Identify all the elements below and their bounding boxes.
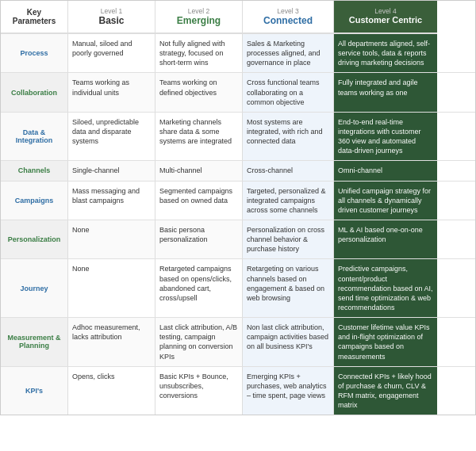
data-cell-level1: None — [68, 220, 155, 258]
data-cell-level3: Most systems are integrated, with rich a… — [243, 113, 334, 161]
data-cell-level4: Predictive campaigns, content/product re… — [334, 259, 437, 317]
table-row: ProcessManual, siloed and poorly governe… — [1, 34, 475, 73]
maturity-table: Key Parameters Level 1 Basic Level 2 Eme… — [0, 0, 476, 415]
data-cell-level3: Cross-channel — [243, 161, 334, 180]
data-cell-level2: Multi-channel — [155, 161, 243, 180]
data-cell-level1: None — [68, 259, 155, 317]
data-cell-level4: Connected KPIs + likely hood of purchase… — [334, 367, 437, 415]
row-key: KPI's — [1, 367, 68, 415]
row-key: Process — [1, 34, 68, 72]
data-cell-level2: Basic KPIs + Bounce, unsubscribes, conve… — [155, 367, 243, 415]
level4-header: Level 4 Customer Centric — [334, 1, 437, 34]
data-cell-level3: Retargeting on various channels based on… — [243, 259, 334, 317]
table-row: CollaborationTeams working as individual… — [1, 73, 475, 112]
data-cell-level1: Teams working as individual units — [68, 73, 155, 111]
data-cell-level3: Targeted, personalized & integrated camp… — [243, 182, 334, 220]
key-params-header: Key Parameters — [1, 1, 68, 34]
data-cell-level4: Unified campaign strategy for all channe… — [334, 182, 437, 220]
data-cell-level4: ML & AI based one-on-one personalization — [334, 220, 437, 258]
data-cell-level1: Single-channel — [68, 161, 155, 180]
level3-header: Level 3 Connected — [243, 1, 334, 34]
data-cell-level2: Not fully aligned with strategy, focused… — [155, 34, 243, 72]
table-row: Data & IntegrationSiloed, unpredictable … — [1, 113, 475, 162]
data-cell-level4: Omni-channel — [334, 161, 437, 180]
data-cell-level1: Adhoc measurement, lacks attribution — [68, 318, 155, 366]
header-row: Key Parameters Level 1 Basic Level 2 Eme… — [1, 1, 475, 34]
table-row: PersonalizationNoneBasic persona persona… — [1, 220, 475, 259]
data-cell-level2: Last click attribution, A/B testing, cam… — [155, 318, 243, 366]
data-cell-level1: Siloed, unpredictable data and disparate… — [68, 113, 155, 161]
data-cell-level2: Retargeted campaigns based on opens/clic… — [155, 259, 243, 317]
data-cell-level2: Segmented campaigns based on owned data — [155, 182, 243, 220]
data-cell-level1: Mass messaging and blast campaigns — [68, 182, 155, 220]
data-cell-level4: All departments aligned, self-service to… — [334, 34, 437, 72]
data-cell-level1: Opens, clicks — [68, 367, 155, 415]
table-row: JourneyNoneRetargeted campaigns based on… — [1, 259, 475, 318]
data-cell-level4: Fully integrated and agile teams working… — [334, 73, 437, 111]
row-key: Personalization — [1, 220, 68, 258]
data-cell-level2: Basic persona personalization — [155, 220, 243, 258]
table-row: Measurement & PlanningAdhoc measurement,… — [1, 318, 475, 367]
data-cell-level4: Customer lifetime value KPIs and in-flig… — [334, 318, 437, 366]
rows-container: ProcessManual, siloed and poorly governe… — [1, 34, 475, 415]
level2-header: Level 2 Emerging — [155, 1, 243, 34]
data-cell-level1: Manual, siloed and poorly governed — [68, 34, 155, 72]
row-key: Measurement & Planning — [1, 318, 68, 366]
data-cell-level3: Personalization on cross channel behavio… — [243, 220, 334, 258]
table-row: KPI'sOpens, clicksBasic KPIs + Bounce, u… — [1, 367, 475, 415]
table-row: CampaignsMass messaging and blast campai… — [1, 182, 475, 220]
data-cell-level3: Cross functional teams collaborating on … — [243, 73, 334, 111]
data-cell-level3: Sales & Marketing processes aligned, and… — [243, 34, 334, 72]
data-cell-level3: Emerging KPIs + purchases, web analytics… — [243, 367, 334, 415]
data-cell-level2: Teams working on defined objectives — [155, 73, 243, 111]
level1-header: Level 1 Basic — [68, 1, 155, 34]
row-key: Journey — [1, 259, 68, 317]
row-key: Campaigns — [1, 182, 68, 220]
data-cell-level2: Marketing channels share data & some sys… — [155, 113, 243, 161]
data-cell-level4: End-to-end real-time integrations with c… — [334, 113, 437, 161]
row-key: Collaboration — [1, 73, 68, 111]
data-cell-level3: Non last click attribution, campaign act… — [243, 318, 334, 366]
row-key: Channels — [1, 161, 68, 180]
row-key: Data & Integration — [1, 113, 68, 161]
table-row: ChannelsSingle-channelMulti-channelCross… — [1, 161, 475, 181]
